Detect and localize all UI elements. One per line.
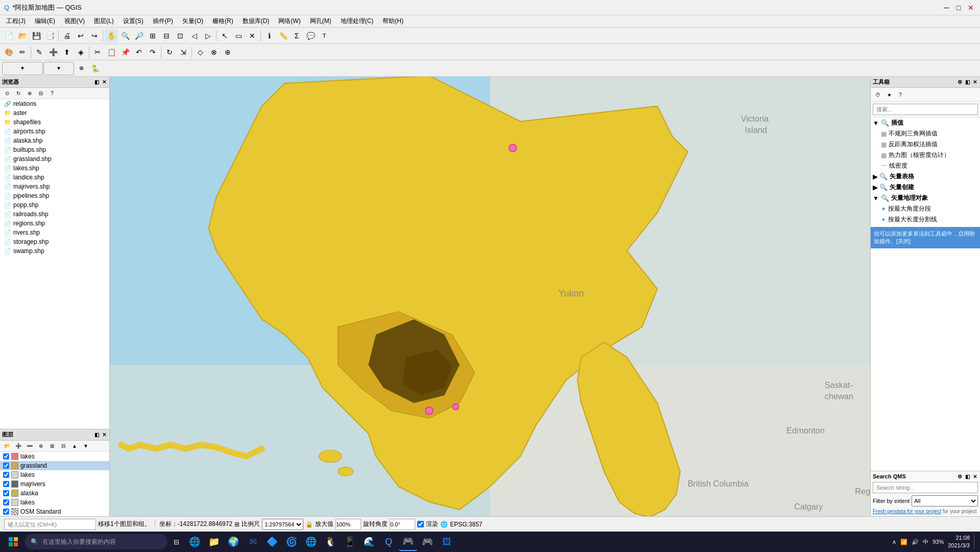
browser-item-7[interactable]: 📄lakes.shp xyxy=(0,164,109,173)
python-btn[interactable]: 🐍 xyxy=(88,62,102,75)
statusbar-scale-select[interactable]: 1:29797564 xyxy=(262,519,303,530)
layers-expand-btn[interactable]: ⊞ xyxy=(47,442,57,451)
qms-float-icon[interactable]: ◧ xyxy=(964,473,971,480)
redo-btn[interactable]: ↪ xyxy=(88,29,101,42)
layers-add-btn[interactable]: ➕ xyxy=(13,442,23,451)
browser-item-12[interactable]: 📄railroads.shp xyxy=(0,210,109,219)
edit-btn[interactable]: ✎ xyxy=(33,45,46,59)
browser-item-1[interactable]: 📁aster xyxy=(0,108,109,118)
layers-up-btn[interactable]: ▲ xyxy=(69,442,80,451)
layer-item-3[interactable]: majrivers xyxy=(0,479,109,489)
zoom-select-btn[interactable]: ⊡ xyxy=(174,29,187,42)
copy-btn[interactable]: 📋 xyxy=(105,45,118,59)
browser-float-icon[interactable]: ◧ xyxy=(93,79,100,85)
system-clock[interactable]: 21:08 2021/3/3 xyxy=(948,534,970,550)
tool-line-density[interactable]: 〰 线密度 xyxy=(871,160,980,171)
task-view-btn[interactable]: ⊟ xyxy=(170,533,183,551)
statusbar-magnify-input[interactable] xyxy=(336,519,361,530)
redo-edit-btn[interactable]: ↷ xyxy=(146,45,159,59)
toolbox-settings-icon[interactable]: ⚙ xyxy=(957,79,963,85)
taskbar-search-bar[interactable]: 🔍 在这里输入你要搜索的内容 xyxy=(25,534,168,549)
menu-item-h[interactable]: 帮助(H) xyxy=(378,16,408,27)
menu-item-c[interactable]: 地理处理(C) xyxy=(337,16,378,27)
digitize-btn[interactable]: ✏ xyxy=(16,45,29,59)
vscode-icon[interactable]: 🔷 xyxy=(263,533,281,551)
toolbox-category-interpolation[interactable]: ▼ 🔍 插值 xyxy=(871,118,980,128)
zoom-last-btn[interactable]: ◁ xyxy=(187,29,201,42)
browser-close-icon[interactable]: ✕ xyxy=(101,79,107,85)
zoom-full-btn[interactable]: ⊞ xyxy=(146,29,159,42)
select-rect-btn[interactable]: ▭ xyxy=(232,29,245,42)
browser-item-2[interactable]: 📁shapefiles xyxy=(0,118,109,127)
tray-network[interactable]: 📶 xyxy=(900,539,907,545)
menu-item-l[interactable]: 图层(L) xyxy=(90,16,118,27)
tips-btn[interactable]: T xyxy=(318,29,331,42)
layer-checkbox-2[interactable] xyxy=(3,472,9,478)
wifi-icon[interactable]: 🌊 xyxy=(360,533,378,551)
layers-down-btn[interactable]: ▼ xyxy=(81,442,91,451)
statusbar-render-checkbox[interactable] xyxy=(417,521,424,527)
tool-heatmap[interactable]: ▦ 热力图（核密度估计） xyxy=(871,150,980,160)
show-desktop-btn[interactable] xyxy=(974,534,976,549)
game-icon[interactable]: 🎮 xyxy=(399,533,417,551)
layer-item-2[interactable]: lakes xyxy=(0,470,109,479)
menu-item-e[interactable]: 编辑(E) xyxy=(31,16,59,27)
select-btn[interactable]: ↖ xyxy=(218,29,231,42)
layer-style-btn[interactable]: 🎨 xyxy=(2,45,15,59)
new-project-btn[interactable]: 📄 xyxy=(2,29,15,42)
vertex-btn[interactable]: ◇ xyxy=(194,45,207,59)
minimize-btn[interactable]: ─ xyxy=(941,3,951,13)
toolbox-float-icon[interactable]: ◧ xyxy=(964,79,971,85)
menu-item-m[interactable]: 网孔(M) xyxy=(306,16,336,27)
layer-combo[interactable]: ▼ xyxy=(2,62,43,75)
layers-close-icon[interactable]: ✕ xyxy=(101,431,107,438)
toolbox-help-btn[interactable]: ? xyxy=(895,90,905,99)
tray-volume[interactable]: 🔊 xyxy=(912,539,919,545)
xbox-icon[interactable]: 🎮 xyxy=(418,533,437,551)
save-project-btn[interactable]: 💾 xyxy=(30,29,43,42)
toolbox-favorites-btn[interactable]: ★ xyxy=(884,90,894,99)
cut-btn[interactable]: ✂ xyxy=(91,45,104,59)
browser-collapse-btn[interactable]: ⊟ xyxy=(36,89,46,98)
browser-item-4[interactable]: 📄alaska.shp xyxy=(0,136,109,145)
menu-item-j[interactable]: 工程(J) xyxy=(2,16,30,27)
pan-btn[interactable]: ✋ xyxy=(105,29,118,42)
qms-footer-link[interactable]: Fresh geodata for your project xyxy=(873,509,941,514)
browser-item-11[interactable]: 📄popp.shp xyxy=(0,200,109,210)
explorer-icon[interactable]: 📁 xyxy=(205,533,223,551)
save-as-btn[interactable]: 📑 xyxy=(43,29,57,42)
map-area[interactable]: Yukon Victoria Island British Columbia E… xyxy=(110,77,870,516)
menu-item-o[interactable]: 矢量(O) xyxy=(178,16,207,27)
layer-checkbox-1[interactable] xyxy=(3,463,9,469)
identify-btn[interactable]: ℹ xyxy=(262,29,276,42)
layers-open-btn[interactable]: 📂 xyxy=(2,442,12,451)
node-tool-btn[interactable]: ◈ xyxy=(74,45,87,59)
qq-icon[interactable]: 🐧 xyxy=(321,533,340,551)
layer-checkbox-5[interactable] xyxy=(3,499,9,505)
tool-max-angle[interactable]: ✦ 按最大角度分段 xyxy=(871,203,980,214)
qms-search-input[interactable] xyxy=(873,482,978,493)
undo-edit-btn[interactable]: ↶ xyxy=(132,45,146,59)
browser-enable-props-btn[interactable]: ⊙ xyxy=(2,89,12,98)
zoom-in-btn[interactable]: 🔍 xyxy=(118,29,132,42)
tool-max-length[interactable]: ✦ 按最大长度分割线 xyxy=(871,214,980,225)
git-icon[interactable]: 🌀 xyxy=(282,533,301,551)
browser-item-3[interactable]: 📄airports.shp xyxy=(0,127,109,136)
layers-float-icon[interactable]: ◧ xyxy=(93,431,100,438)
stats-btn[interactable]: Σ xyxy=(290,29,303,42)
browser-item-10[interactable]: 📄pipelines.shp xyxy=(0,191,109,200)
mail-icon[interactable]: ✉ xyxy=(244,533,262,551)
undo-btn[interactable]: ↩ xyxy=(74,29,87,42)
toolbox-recent-btn[interactable]: ⏱ xyxy=(873,90,883,99)
paste-btn[interactable]: 📌 xyxy=(118,45,132,59)
layers-remove-btn[interactable]: ➖ xyxy=(25,442,35,451)
browser-item-0[interactable]: 🔗relations xyxy=(0,99,109,108)
wechat-icon[interactable]: 📱 xyxy=(341,533,359,551)
menu-item-d[interactable]: 数据库(D) xyxy=(238,16,274,27)
open-project-btn[interactable]: 📂 xyxy=(16,29,29,42)
toolbox-category-vector-create[interactable]: ▶ 🔍 矢量创建 xyxy=(871,182,980,193)
print-btn[interactable]: 🖨 xyxy=(60,29,74,42)
toolbox-category-vector-geo[interactable]: ▼ 🔍 矢量地理对象 xyxy=(871,193,980,203)
browser-icon-2[interactable]: 🌍 xyxy=(224,533,243,551)
zoom-layer-btn[interactable]: ⊟ xyxy=(160,29,173,42)
